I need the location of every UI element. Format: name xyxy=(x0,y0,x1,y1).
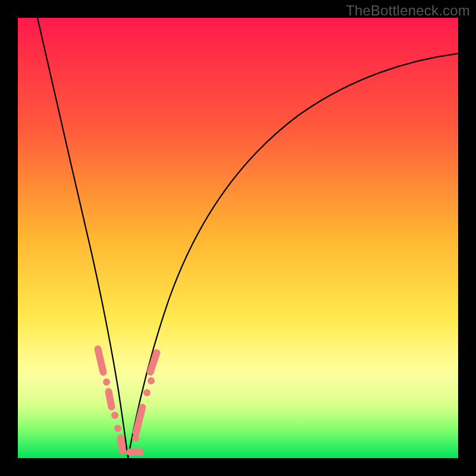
marker-segment xyxy=(126,449,144,456)
right-curve xyxy=(128,54,458,458)
chart-svg xyxy=(18,18,458,458)
marker-dot xyxy=(148,377,155,384)
frame: TheBottleneck.com xyxy=(0,0,476,476)
marker-dot xyxy=(111,412,118,419)
marker-segment xyxy=(131,403,146,437)
left-curve xyxy=(37,18,128,458)
marker-segment xyxy=(104,387,115,411)
marker-dot xyxy=(143,389,151,396)
marker-segment xyxy=(93,345,107,376)
marker-segment xyxy=(146,348,161,376)
plot-area xyxy=(18,18,458,458)
watermark-text: TheBottleneck.com xyxy=(346,2,470,19)
marker-group xyxy=(93,345,161,456)
marker-dot xyxy=(103,378,110,386)
marker-dot xyxy=(114,425,121,432)
